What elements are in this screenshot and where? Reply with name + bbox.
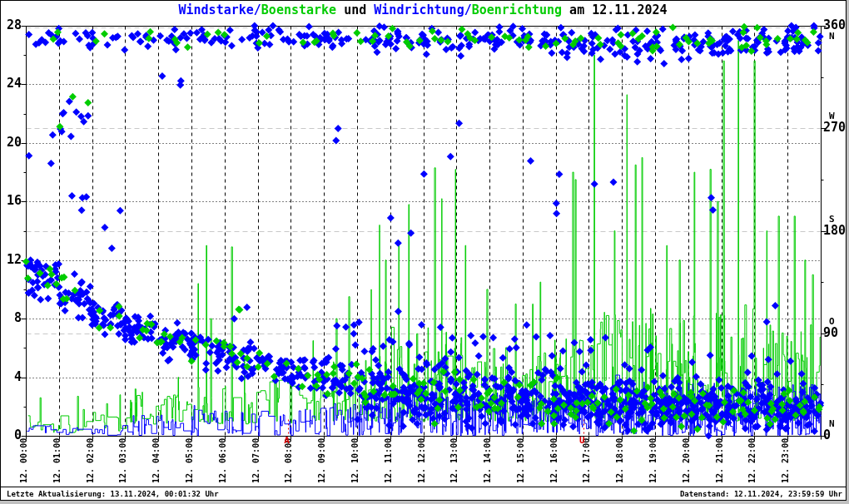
x-axis-tick-label: 12. 15:00 [517, 438, 525, 483]
title-segment: Boenrichtung [472, 2, 562, 17]
compass-letter: N [829, 419, 835, 428]
x-axis-tick-label: 12. 07:00 [252, 438, 261, 483]
compass-letter: W [829, 111, 835, 121]
left-axis-tick-label: 16 [0, 194, 22, 207]
x-axis-tick-label: 12. 16:00 [550, 438, 559, 483]
x-axis-tick-label: 12. 19:00 [649, 438, 658, 483]
title-segment: Boenstarke [261, 2, 336, 17]
left-axis-tick-label: 4 [0, 370, 22, 383]
title-segment: am 12.11.2024 [562, 2, 667, 17]
right-axis-tick-label: 360 [823, 18, 846, 32]
footer-data-timestamp: Datenstand: 12.11.2024, 23:59:59 Uhr [680, 490, 842, 498]
sunrise-marker-a: A [284, 436, 290, 445]
x-axis-tick-label: 12. 13:00 [450, 438, 459, 483]
footer-divider [0, 487, 846, 487]
x-axis-tick-label: 12. 23:00 [782, 438, 790, 483]
chart-title: Windstarke/Boenstarke und Windrichtung/B… [0, 2, 846, 17]
left-axis-tick-label: 12 [0, 253, 22, 266]
right-axis-tick-label: 180 [823, 224, 846, 237]
footer-last-update: Letzte Aktualisierung: 13.11.2024, 00:01… [7, 490, 219, 498]
right-axis-tick-label: 270 [823, 121, 846, 134]
compass-letter: N [829, 32, 835, 41]
title-segment: Windstarke/ [178, 2, 261, 17]
x-axis-tick-label: 12. 22:00 [748, 438, 757, 483]
x-axis-tick-label: 12. 14:00 [484, 438, 492, 483]
x-axis-tick-label: 12. 09:00 [318, 438, 326, 483]
right-axis-tick-label: 0 [823, 428, 831, 442]
x-axis-tick-label: 12. 05:00 [186, 438, 194, 483]
chart-canvas [1, 1, 845, 499]
x-axis-tick-label: 12. 01:00 [53, 438, 62, 483]
x-axis-tick-label: 12. 00:00 [20, 438, 28, 483]
x-axis-tick-label: 12. 03:00 [119, 438, 127, 483]
x-axis-tick-label: 12. 04:00 [152, 438, 161, 483]
left-axis-tick-label: 24 [0, 77, 22, 90]
x-axis-tick-label: 12. 02:00 [87, 438, 95, 483]
weather-chart-image: Windstarke/Boenstarke und Windrichtung/B… [0, 0, 849, 504]
x-axis-tick-label: 12. 21:00 [716, 438, 724, 483]
x-axis-tick-label: 12. 11:00 [385, 438, 393, 483]
left-axis-tick-label: 20 [0, 136, 22, 149]
compass-letter: O [829, 317, 835, 326]
right-axis-tick-label: 90 [823, 326, 838, 339]
title-segment: und [336, 2, 374, 17]
left-axis-tick-label: 8 [0, 311, 22, 324]
x-axis-tick-label: 12. 12:00 [418, 438, 426, 483]
sunset-marker-u: U [579, 436, 585, 445]
compass-letter: S [829, 215, 835, 224]
x-axis-tick-label: 12. 20:00 [683, 438, 691, 483]
left-axis-tick-label: 28 [0, 18, 22, 32]
x-axis-tick-label: 12. 18:00 [616, 438, 624, 483]
title-segment: Windrichtung/ [374, 2, 471, 17]
x-axis-tick-label: 12. 10:00 [351, 438, 360, 483]
x-axis-tick-label: 12. 06:00 [219, 438, 227, 483]
